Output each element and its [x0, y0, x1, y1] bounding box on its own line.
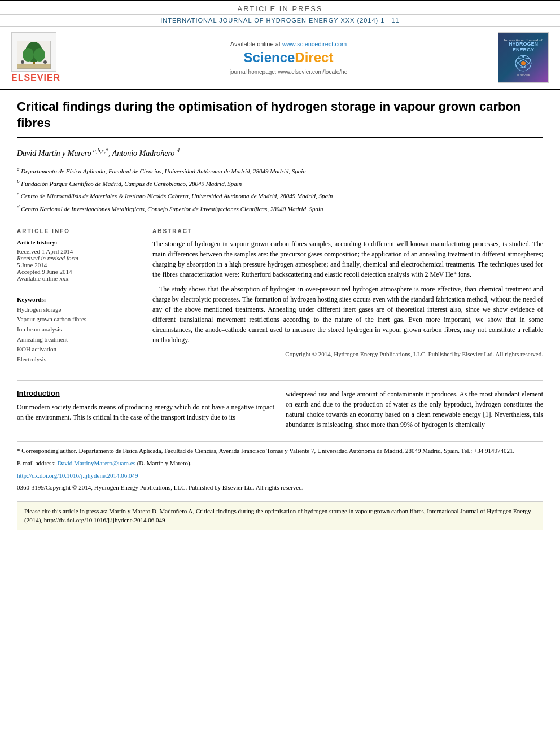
doi-link[interactable]: http://dx.doi.org/10.1016/j.ijhydene.201…	[17, 472, 138, 479]
email-suffix: (D. Martín y Marero).	[137, 460, 192, 466]
cover-publisher: ELSEVIER	[517, 73, 530, 77]
affiliations-section: a Departamento de Física Aplicada, Facul…	[17, 165, 543, 214]
intro-heading: Introduction	[17, 389, 274, 397]
email-label: E-mail address:	[17, 460, 56, 466]
intro-right-col: widespread use and large amount of conta…	[286, 389, 543, 430]
elsevier-logo: ELSEVIER	[11, 32, 79, 83]
info-abstract-section: ARTICLE INFO Article history: Received 1…	[17, 228, 543, 365]
author1-affil: a,b,c,*	[93, 147, 108, 154]
citation-box: Please cite this article in press as: Ma…	[17, 501, 543, 530]
history-label: Article history:	[17, 239, 132, 246]
svg-point-3	[23, 48, 34, 62]
journal-header-line: INTERNATIONAL JOURNAL OF HYDROGEN ENERGY…	[0, 15, 560, 27]
keyword-6: Electrolysis	[17, 355, 132, 365]
main-divider	[17, 221, 543, 221]
elsevier-tree-logo	[11, 32, 56, 72]
journal-cover-image: International Journal of HYDROGENENERGY …	[498, 32, 549, 83]
keyword-1: Hydrogen storage	[17, 305, 132, 315]
author-2: Antonio Madroñero	[112, 149, 175, 158]
affiliation-c: c Centro de Microanálisis de Materiales …	[17, 190, 543, 201]
received-date: Received 1 April 2014	[17, 248, 132, 255]
info-divider	[17, 289, 132, 289]
svg-point-13	[522, 55, 524, 58]
top-header: ELSEVIER Available online at www.science…	[0, 27, 560, 90]
cover-journal-name: HYDROGENENERGY	[509, 42, 538, 53]
keyword-2: Vapour grown carbon fibres	[17, 314, 132, 325]
abstract-column: ABSTRACT The storage of hydrogen in vapo…	[152, 228, 543, 365]
sciencedirect-url[interactable]: www.sciencedirect.com	[282, 41, 347, 47]
doi-note: http://dx.doi.org/10.1016/j.ijhydene.201…	[17, 471, 543, 481]
author-1: David Martín y Marero	[17, 149, 91, 158]
available-online-text: Available online at www.sciencedirect.co…	[85, 41, 492, 47]
keyword-5: KOH activation	[17, 344, 132, 355]
main-content: Critical findings during the optimisatio…	[0, 90, 560, 539]
abstract-copyright: Copyright © 2014, Hydrogen Energy Public…	[152, 350, 543, 359]
svg-point-12	[521, 61, 526, 65]
abstract-paragraph-1: The storage of hydrogen in vapour grown …	[152, 239, 543, 279]
svg-rect-5	[17, 64, 51, 69]
introduction-section: Introduction Our modern society demands …	[17, 380, 543, 430]
intro-right-text: widespread use and large amount of conta…	[286, 389, 543, 430]
sciencedirect-logo: ScienceDirect	[85, 50, 492, 65]
accepted-date: Accepted 9 June 2014	[17, 268, 132, 275]
issn-note: 0360-3199/Copyright © 2014, Hydrogen Ene…	[17, 483, 543, 493]
footnotes-section: * Corresponding author. Departamento de …	[17, 441, 543, 492]
article-title: Critical findings during the optimisatio…	[17, 99, 543, 138]
affiliation-a: a Departamento de Física Aplicada, Facul…	[17, 165, 543, 176]
tree-illustration	[17, 41, 51, 69]
article-in-press-banner: ARTICLE IN PRESS	[0, 0, 560, 15]
section-divider	[17, 373, 543, 373]
svg-point-4	[34, 48, 45, 62]
journal-homepage-text: journal homepage: www.elsevier.com/locat…	[85, 69, 492, 75]
cover-orbit-graphic	[515, 55, 532, 72]
abstract-text: The storage of hydrogen in vapour grown …	[152, 239, 543, 359]
email-note: E-mail address: David.MartinyMarero@uam.…	[17, 458, 543, 469]
elsevier-brand-text: ELSEVIER	[11, 73, 79, 83]
article-info-column: ARTICLE INFO Article history: Received 1…	[17, 228, 141, 365]
keyword-4: Annealing treatment	[17, 335, 132, 345]
affiliation-d: d Centro Nacional de Investigaciones Met…	[17, 203, 543, 214]
author2-affil: d	[177, 147, 180, 154]
history-section: Article history: Received 1 April 2014 R…	[17, 239, 132, 282]
email-link[interactable]: David.MartinyMarero@uam.es	[57, 460, 135, 466]
corresponding-author-note: * Corresponding author. Departamento de …	[17, 446, 543, 456]
svg-point-6	[21, 60, 24, 64]
svg-point-7	[43, 60, 47, 64]
keywords-label: Keywords:	[17, 296, 132, 303]
abstract-header: ABSTRACT	[152, 228, 543, 234]
abstract-paragraph-2: The study shows that the absorption of h…	[152, 284, 543, 345]
keywords-section: Keywords: Hydrogen storage Vapour grown …	[17, 296, 132, 365]
affiliation-b: b Fundación Parque Científico de Madrid,…	[17, 177, 543, 189]
center-header: Available online at www.sciencedirect.co…	[85, 41, 492, 75]
keyword-3: Ion beam analysis	[17, 325, 132, 335]
intro-left-col: Introduction Our modern society demands …	[17, 389, 274, 430]
available-online: Available online xxx	[17, 275, 132, 282]
article-info-header: ARTICLE INFO	[17, 228, 132, 234]
intro-left-text: Our modern society demands means of prod…	[17, 402, 274, 422]
authors-line: David Martín y Marero a,b,c,*, Antonio M…	[17, 146, 543, 159]
revised-label: Received in revised form	[17, 255, 132, 261]
revised-date: 5 June 2014	[17, 261, 132, 268]
